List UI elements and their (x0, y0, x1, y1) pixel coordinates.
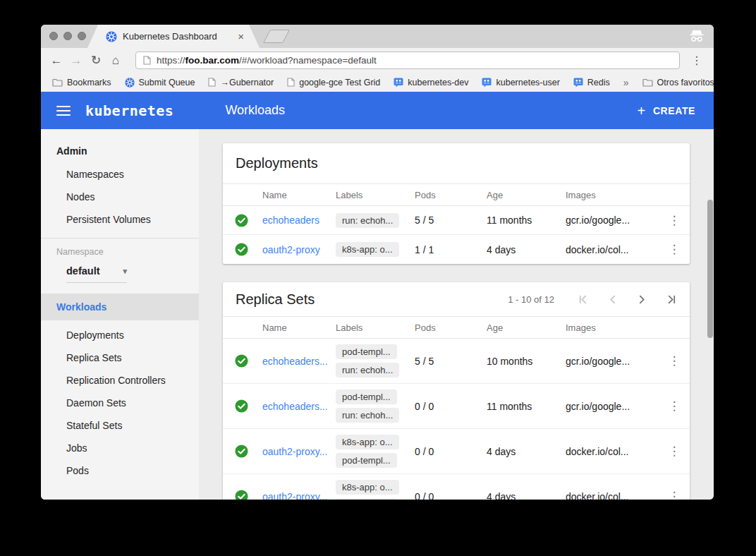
bookmark-redis[interactable]: Redis (573, 78, 610, 87)
resource-link[interactable]: echoheaders (262, 214, 336, 226)
sidebar-item-replication-controllers[interactable]: Replication Controllers (41, 369, 199, 392)
images-cell: docker.io/col... (566, 244, 659, 255)
label-chip: k8s-app: o... (336, 242, 399, 257)
bookmark-label: Redis (587, 78, 610, 87)
page-content: Admin Namespaces Nodes Persistent Volume… (41, 129, 714, 500)
bookmark-gubernator[interactable]: →Gubernator (208, 78, 274, 87)
kubernetes-logo: kubernetes (85, 102, 173, 119)
bookmark-kubernetes-dev[interactable]: kubernetes-dev (394, 78, 468, 87)
bookmarks-overflow-icon[interactable]: » (623, 77, 629, 88)
sidebar-item-admin[interactable]: Admin (41, 139, 199, 163)
namespace-value: default (66, 265, 100, 277)
scrollbar-thumb[interactable] (707, 200, 713, 338)
bookmark-folder-otros-favoritos[interactable]: Otros favoritos (642, 78, 714, 87)
row-menu-icon[interactable]: ⋮ (659, 242, 690, 257)
bookmark-label: Submit Queue (139, 78, 195, 87)
age-cell: 4 days (487, 244, 566, 255)
row-menu-icon[interactable]: ⋮ (659, 444, 690, 459)
sidebar-item-replica-sets[interactable]: Replica Sets (41, 346, 199, 369)
bookmark-google-gce-test-grid[interactable]: google-gce Test Grid (287, 78, 380, 87)
sidebar-item-namespaces[interactable]: Namespaces (41, 163, 199, 186)
label-chip: pod-templ... (336, 389, 397, 404)
browser-toolbar: ← → ↻ ⌂ https://foo.bar.com/#/workload?n… (41, 48, 714, 73)
bookmark-label: kubernetes-user (496, 78, 559, 87)
table-row: echoheaders... pod-templ... run: echoh..… (223, 384, 690, 429)
images-cell: gcr.io/google... (566, 214, 659, 226)
sidebar-item-persistent-volumes[interactable]: Persistent Volumes (41, 208, 199, 231)
kubernetes-favicon-icon (106, 31, 117, 42)
deployments-card-header: Deployments (223, 143, 690, 184)
browser-tab[interactable]: Kubernetes Dashboard × (87, 25, 260, 48)
age-cell: 11 months (487, 214, 566, 226)
address-bar[interactable]: https://foo.bar.com/#/workload?namespace… (135, 52, 680, 69)
column-labels: Labels (336, 190, 415, 200)
sidebar-item-daemon-sets[interactable]: Daemon Sets (41, 392, 199, 414)
forward-icon[interactable]: → (66, 54, 86, 68)
column-name: Name (262, 322, 336, 333)
bookmark-label: google-gce Test Grid (299, 78, 380, 87)
sidebar-divider (41, 238, 199, 238)
back-icon[interactable]: ← (47, 54, 66, 68)
namespace-select[interactable]: default ▾ (66, 265, 127, 283)
close-window-button[interactable] (49, 32, 58, 40)
next-page-icon[interactable] (637, 294, 647, 305)
check-circle-icon (235, 399, 248, 413)
plus-icon: + (638, 104, 646, 117)
sidebar-item-stateful-sets[interactable]: Stateful Sets (41, 414, 199, 437)
url-domain: foo.bar.com (185, 55, 240, 66)
close-tab-icon[interactable]: × (236, 31, 245, 42)
table-row: oauth2-proxy... k8s-app: o... pod-templ.… (223, 429, 690, 474)
namespace-label: Namespace (41, 243, 199, 260)
page-title: Workloads (225, 103, 285, 118)
bookmark-label: kubernetes-dev (408, 78, 468, 87)
row-menu-icon[interactable]: ⋮ (659, 399, 690, 413)
row-menu-icon[interactable]: ⋮ (659, 353, 690, 368)
table-header: Name Labels Pods Age Images (223, 184, 690, 206)
groups-icon (394, 78, 403, 87)
page-security-icon[interactable] (143, 56, 151, 65)
age-cell: 4 days (487, 491, 566, 500)
zoom-window-button[interactable] (78, 32, 86, 40)
bookmark-kubernetes-user[interactable]: kubernetes-user (482, 78, 559, 87)
resource-link[interactable]: oauth2-proxy... (262, 446, 336, 457)
bookmark-folder-bookmarks[interactable]: Bookmarks (52, 78, 111, 87)
row-menu-icon[interactable]: ⋮ (659, 213, 690, 228)
table-row: echoheaders... pod-templ... run: echoh..… (223, 339, 690, 384)
main-panel: Deployments Name Labels Pods Age Images … (199, 129, 714, 500)
resource-link[interactable]: oauth2-proxy (262, 244, 336, 255)
sidebar-item-deployments[interactable]: Deployments (41, 324, 199, 346)
incognito-icon (688, 30, 705, 42)
label-chip: k8s-app: o... (336, 435, 399, 449)
pods-cell: 5 / 5 (415, 214, 487, 226)
resource-link[interactable]: echoheaders... (262, 356, 336, 367)
sidebar-item-jobs[interactable]: Jobs (41, 437, 199, 459)
images-cell: docker.io/col... (566, 491, 659, 500)
sidebar-item-pods[interactable]: Pods (41, 459, 199, 482)
row-menu-icon[interactable]: ⋮ (659, 489, 690, 500)
new-tab-button[interactable] (263, 30, 290, 43)
folder-icon (642, 78, 653, 87)
bookmarks-bar: Bookmarks Submit Queue →Gubernator googl… (41, 73, 714, 92)
label-chip: pod-templ... (336, 498, 397, 500)
sidebar-item-nodes[interactable]: Nodes (41, 186, 199, 208)
bookmark-submit-queue[interactable]: Submit Queue (125, 78, 195, 87)
previous-page-icon[interactable] (607, 294, 618, 305)
sidebar-item-workloads[interactable]: Workloads (41, 294, 199, 320)
table-row: echoheaders run: echoh... 5 / 5 11 month… (223, 206, 690, 235)
menu-icon[interactable] (56, 106, 71, 116)
last-page-icon[interactable] (666, 294, 677, 305)
groups-icon (573, 78, 583, 87)
resource-link[interactable]: oauth2-proxy... (262, 491, 336, 500)
kubernetes-icon (125, 78, 135, 87)
minimize-window-button[interactable] (63, 32, 72, 40)
first-page-icon[interactable] (578, 294, 588, 305)
browser-menu-icon[interactable]: ⋮ (687, 54, 707, 67)
reload-icon[interactable]: ↻ (86, 53, 106, 68)
create-button[interactable]: + CREATE (638, 104, 695, 117)
resource-link[interactable]: echoheaders... (262, 401, 336, 412)
check-circle-icon (235, 354, 248, 368)
bookmark-label: Otros favoritos (657, 78, 714, 87)
check-circle-icon (235, 490, 248, 500)
home-icon[interactable]: ⌂ (106, 54, 126, 68)
create-button-label: CREATE (653, 105, 695, 116)
